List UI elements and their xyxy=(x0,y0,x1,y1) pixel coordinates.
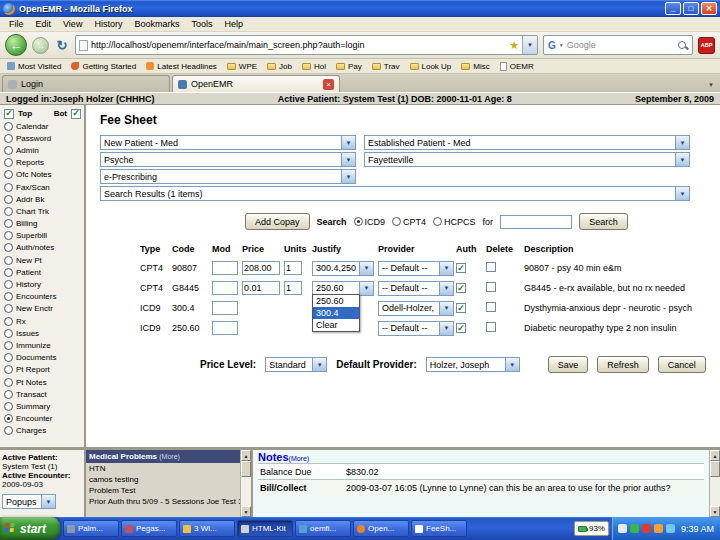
mod-input[interactable] xyxy=(212,281,238,295)
tab-login[interactable]: Login xyxy=(2,75,170,92)
justify-select[interactable]: 300.4,250.60 xyxy=(312,261,374,276)
magnifier-icon[interactable] xyxy=(677,40,688,51)
bot-checkbox[interactable] xyxy=(71,109,81,119)
sidebar-item-transact[interactable]: Transact xyxy=(2,388,84,400)
sidebar-item-rx[interactable]: Rx xyxy=(2,315,84,327)
url-bar[interactable]: http://localhost/openemr/interface/main/… xyxy=(75,35,538,55)
top-checkbox[interactable] xyxy=(4,109,14,119)
auth-checkbox[interactable] xyxy=(456,263,466,273)
sidebar-item-history[interactable]: History xyxy=(2,278,84,290)
price-input[interactable] xyxy=(242,281,280,295)
battery-indicator[interactable]: 93% xyxy=(574,521,609,536)
taskbar-button-openemr[interactable]: Open... xyxy=(353,520,409,537)
scroll-down-icon[interactable] xyxy=(241,506,251,517)
medical-problems-scrollbar[interactable] xyxy=(240,450,251,517)
scrollbar-track[interactable] xyxy=(241,461,251,506)
fee-category-select-eprescribing[interactable]: e-Prescribing xyxy=(100,169,356,184)
taskbar-button-pegasus[interactable]: Pegas... xyxy=(121,520,177,537)
sidebar-item-fax-scan[interactable]: Fax/Scan xyxy=(2,181,84,193)
radio-icon[interactable] xyxy=(4,304,13,313)
delete-checkbox[interactable] xyxy=(486,302,496,312)
radio-icon[interactable] xyxy=(4,414,13,423)
search-placeholder[interactable]: Google xyxy=(567,40,674,50)
tab-openemr[interactable]: OpenEMR xyxy=(172,75,340,92)
sidebar-item-charges[interactable]: Charges xyxy=(2,425,84,437)
url-text[interactable]: http://localhost/openemr/interface/main/… xyxy=(91,40,506,50)
taskbar-button-htmlkit[interactable]: HTML-Kit xyxy=(237,520,293,537)
medical-problem-item[interactable]: Problem Test xyxy=(86,485,240,496)
auth-checkbox[interactable] xyxy=(456,283,466,293)
save-button[interactable]: Save xyxy=(548,356,589,373)
notes-scrollbar[interactable] xyxy=(709,450,720,517)
bookmark-star-icon[interactable] xyxy=(509,39,519,52)
justify-option-clear[interactable]: Clear xyxy=(313,319,359,331)
active-patient-text[interactable]: Active Patient: System Test (1) DOB: 200… xyxy=(278,94,512,104)
close-button[interactable] xyxy=(701,2,717,15)
tab-list-dropdown-icon[interactable] xyxy=(704,77,718,92)
radio-hcpcs[interactable] xyxy=(433,217,442,226)
radio-icon[interactable] xyxy=(4,353,13,362)
menu-file[interactable]: File xyxy=(4,19,29,29)
fee-category-select-established-patient[interactable]: Established Patient - Med xyxy=(364,135,690,150)
search-code-input[interactable] xyxy=(500,215,572,229)
radio-icon[interactable] xyxy=(4,183,13,192)
radio-icon[interactable] xyxy=(4,390,13,399)
tray-icon[interactable] xyxy=(666,524,675,533)
sidebar-item-pt-notes[interactable]: Pt Notes xyxy=(2,376,84,388)
radio-icon[interactable] xyxy=(4,122,13,131)
sidebar-item-admin[interactable]: Admin xyxy=(2,144,84,156)
bookmark-folder-hol[interactable]: Hol xyxy=(302,62,326,71)
sidebar-item-patient[interactable]: Patient xyxy=(2,266,84,278)
mod-input[interactable] xyxy=(212,261,238,275)
menu-history[interactable]: History xyxy=(89,19,127,29)
sidebar-item-issues[interactable]: Issues xyxy=(2,327,84,339)
radio-icon[interactable] xyxy=(4,219,13,228)
active-encounter-value[interactable]: 2009-09-03 xyxy=(2,480,82,489)
provider-select[interactable]: Odell-Holzer, Lynne xyxy=(378,301,454,316)
sidebar-item-calendar[interactable]: Calendar xyxy=(2,120,84,132)
delete-checkbox[interactable] xyxy=(486,322,496,332)
radio-icon[interactable] xyxy=(4,365,13,374)
maximize-button[interactable] xyxy=(683,2,699,15)
sidebar-item-password[interactable]: Password xyxy=(2,132,84,144)
taskbar-button-feesheet[interactable]: FeeSh... xyxy=(411,520,467,537)
default-provider-select[interactable]: Holzer, Joseph xyxy=(426,357,520,372)
radio-icon[interactable] xyxy=(4,341,13,350)
delete-checkbox[interactable] xyxy=(486,262,496,272)
radio-icon[interactable] xyxy=(4,378,13,387)
cancel-button[interactable]: Cancel xyxy=(658,356,706,373)
auth-checkbox[interactable] xyxy=(456,323,466,333)
sidebar-item-pt-report[interactable]: Pt Report xyxy=(2,364,84,376)
radio-icon[interactable] xyxy=(4,280,13,289)
radio-icon[interactable] xyxy=(4,195,13,204)
sidebar-item-encounters[interactable]: Encounters xyxy=(2,291,84,303)
taskbar-button-palm[interactable]: Palm... xyxy=(63,520,119,537)
justify-option[interactable]: 250.60 xyxy=(313,295,359,307)
menu-view[interactable]: View xyxy=(58,19,87,29)
adblock-icon[interactable]: ABP xyxy=(698,37,715,54)
price-input[interactable] xyxy=(242,261,280,275)
search-button[interactable]: Search xyxy=(579,213,628,230)
search-engine-dropdown-icon[interactable] xyxy=(559,42,564,48)
bookmark-getting-started[interactable]: Getting Started xyxy=(71,62,136,71)
radio-icon[interactable] xyxy=(4,317,13,326)
menu-tools[interactable]: Tools xyxy=(186,19,217,29)
radio-icon[interactable] xyxy=(4,256,13,265)
tray-icon[interactable] xyxy=(654,524,663,533)
scroll-up-icon[interactable] xyxy=(710,450,720,461)
radio-icon[interactable] xyxy=(4,170,13,179)
units-input[interactable] xyxy=(284,261,302,275)
fee-category-select-psyche[interactable]: Psyche xyxy=(100,152,356,167)
sidebar-item-superbill[interactable]: Superbill xyxy=(2,230,84,242)
search-results-select[interactable]: Search Results (1 items) xyxy=(100,186,690,201)
bookmark-folder-trav[interactable]: Trav xyxy=(372,62,400,71)
radio-icon[interactable] xyxy=(4,426,13,435)
scroll-up-icon[interactable] xyxy=(241,450,251,461)
sidebar-item-chart-trk[interactable]: Chart Trk xyxy=(2,205,84,217)
radio-icon[interactable] xyxy=(4,134,13,143)
units-input[interactable] xyxy=(284,281,302,295)
sidebar-item-ofc-notes[interactable]: Ofc Notes xyxy=(2,169,84,181)
sidebar-item-summary[interactable]: Summary xyxy=(2,400,84,412)
popups-select[interactable]: Popups xyxy=(2,494,56,509)
bookmark-latest-headlines[interactable]: Latest Headlines xyxy=(146,62,217,71)
